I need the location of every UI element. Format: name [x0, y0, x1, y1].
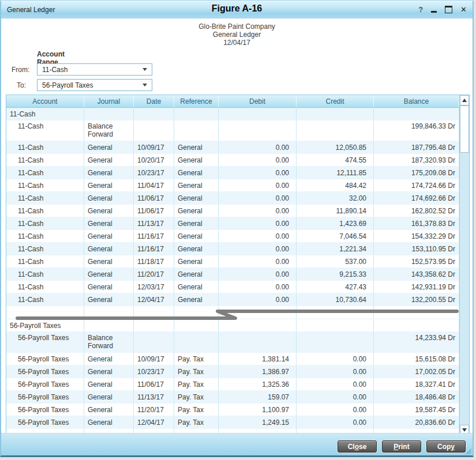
cell-account: 56-Payroll Taxes: [6, 353, 84, 365]
cell-credit: [297, 306, 374, 319]
cell-date: 11/18/17: [134, 255, 174, 267]
cell-reference: Pay. Tax: [174, 416, 219, 428]
cell-journal: General: [84, 293, 134, 306]
cell-credit: 7,046.54: [297, 230, 374, 242]
cell-account: 11-Cash: [6, 255, 84, 267]
cell-credit: 9,215.33: [297, 268, 374, 280]
cell-account: 11-Cash: [6, 108, 84, 120]
cell-account: 11-Cash: [6, 243, 84, 255]
cell-reference: General: [174, 141, 219, 153]
cell-account: 11-Cash: [6, 281, 84, 293]
cell-journal: General: [84, 378, 134, 390]
cell-credit: 474.55: [297, 154, 374, 166]
cell-account: 11-Cash: [6, 167, 84, 179]
scrollbar-thumb[interactable]: [460, 105, 469, 153]
cell-debit: [219, 332, 297, 352]
cell-debit: 0.00: [219, 205, 297, 217]
cell-journal: General: [84, 243, 134, 255]
general-ledger-window: General Ledger Figure A-16 ? ✕ Glo-Brite…: [0, 0, 474, 457]
cell-credit: 537.00: [297, 255, 374, 267]
arrow-up-icon: [462, 99, 467, 102]
cell-reference: General: [174, 230, 219, 242]
minimize-icon[interactable]: [431, 5, 437, 14]
from-account-dropdown[interactable]: 11-Cash: [37, 63, 152, 76]
cell-account: 11-Cash: [6, 217, 84, 229]
cell-date: [134, 332, 174, 352]
cell-journal: [84, 306, 134, 319]
cell-reference: General: [174, 192, 219, 204]
cell-debit: 0.00: [219, 179, 297, 191]
cell-credit: 0.00: [297, 353, 374, 365]
maximize-icon[interactable]: [445, 5, 452, 14]
to-label: To:: [17, 81, 26, 89]
copy-button[interactable]: Copy: [426, 440, 466, 453]
cell-date: 11/04/17: [134, 179, 174, 191]
cell-balance: [374, 306, 459, 319]
cell-date: 11/13/17: [134, 217, 174, 229]
from-account-value: 11-Cash: [38, 66, 143, 74]
window-controls: ? ✕: [418, 4, 467, 14]
cell-balance: 18,486.48 Dr: [374, 391, 459, 403]
cell-debit: 1,325.36: [219, 378, 297, 390]
cell-balance: 161,378.83 Dr: [374, 217, 459, 229]
column-header-journal: Journal: [84, 95, 134, 107]
help-icon[interactable]: ?: [418, 5, 423, 14]
cell-balance: 175,209.08 Dr: [374, 167, 459, 179]
print-button[interactable]: Print: [382, 440, 421, 453]
ledger-row: 11-CashGeneral11/16/17General0.007,046.5…: [6, 230, 459, 243]
ledger-row: 11-CashGeneral11/04/17General0.00484.421…: [6, 179, 459, 192]
cell-date: 11/20/17: [134, 404, 174, 416]
cell-debit: 1,381.14: [219, 353, 297, 365]
arrow-down-icon: [462, 428, 467, 432]
cell-journal: General: [84, 255, 134, 267]
cell-reference: General: [174, 255, 219, 267]
cell-debit: 0.00: [219, 255, 297, 267]
cell-journal: General: [84, 141, 134, 153]
cell-balance: [374, 108, 459, 120]
close-icon[interactable]: ✕: [460, 5, 467, 14]
cell-credit: 0.00: [297, 378, 374, 390]
cell-balance: 174,692.66 Dr: [374, 192, 459, 204]
cell-reference: Pay. Tax: [174, 391, 219, 403]
cell-account: 11-Cash: [6, 141, 84, 153]
close-button[interactable]: Close: [338, 440, 377, 453]
cell-account: 11-Cash: [6, 120, 84, 141]
cell-account: 11-Cash: [6, 230, 84, 242]
cell-credit: 0.00: [297, 404, 374, 416]
to-account-dropdown[interactable]: 56-Payroll Taxes: [37, 79, 152, 91]
cell-account: 11-Cash: [6, 179, 84, 191]
table-header-row: Account Journal Date Reference Debit Cre…: [6, 95, 469, 108]
cell-credit: 484.42: [297, 179, 374, 191]
cell-date: 12/04/17: [134, 293, 174, 306]
cell-date: 11/06/17: [134, 192, 174, 204]
cell-balance: 132,200.55 Dr: [374, 293, 459, 306]
cell-balance: 14,233.94 Dr: [374, 332, 459, 352]
cell-debit: 0.00: [219, 192, 297, 204]
cell-debit: 1,386.97: [219, 365, 297, 378]
cell-credit: 10,730.64: [297, 293, 374, 306]
cell-credit: 0.00: [297, 391, 374, 403]
cell-balance: [374, 319, 459, 331]
cell-debit: [219, 108, 297, 120]
ledger-row: 56-Payroll TaxesBalance Forward14,233.94…: [6, 332, 459, 353]
ledger-row: 11-CashGeneral10/20/17General0.00474.551…: [6, 154, 459, 167]
cell-journal: Balance Forward: [84, 120, 134, 141]
cell-balance: 187,795.48 Dr: [374, 141, 459, 153]
cell-reference: General: [174, 167, 219, 179]
scroll-up-button[interactable]: [460, 95, 469, 105]
ledger-row: 11-CashGeneral11/18/17General0.00537.001…: [6, 255, 459, 268]
cell-balance: 174,724.66 Dr: [374, 179, 459, 191]
ledger-row: 56-Payroll TaxesGeneral11/13/17Pay. Tax1…: [6, 391, 459, 404]
cell-credit: 12,111.85: [297, 167, 374, 179]
cell-account: 11-Cash: [6, 154, 84, 166]
cell-date: [134, 319, 174, 331]
cell-balance: 15,615.08 Dr: [374, 353, 459, 365]
cell-reference: [174, 306, 219, 319]
cell-journal: General: [84, 167, 134, 179]
vertical-scrollbar[interactable]: [459, 95, 469, 435]
cell-debit: 0.00: [219, 281, 297, 293]
resize-grip-icon[interactable]: [464, 447, 471, 454]
cell-reference: General: [174, 179, 219, 191]
column-header-date: Date: [134, 95, 174, 107]
cell-reference: General: [174, 243, 219, 255]
